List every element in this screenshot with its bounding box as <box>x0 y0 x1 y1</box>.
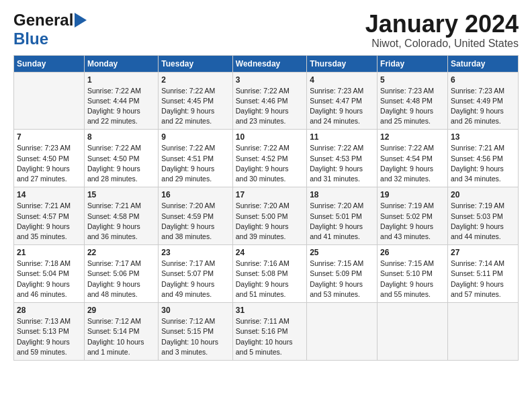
day-number: 17 <box>236 190 304 199</box>
header-row: SundayMondayTuesdayWednesdayThursdayFrid… <box>14 55 519 72</box>
cell-line: Sunset: 4:49 PM <box>451 97 503 105</box>
cell-line: and 23 minutes. <box>236 117 286 125</box>
header-cell-monday: Monday <box>84 55 158 72</box>
cell-line: Sunrise: 7:20 AM <box>161 201 215 210</box>
calendar-cell: 28Sunrise: 7:13 AMSunset: 5:13 PMDayligh… <box>14 303 85 361</box>
cell-line: Sunrise: 7:20 AM <box>236 201 290 210</box>
calendar-cell: 24Sunrise: 7:16 AMSunset: 5:08 PMDayligh… <box>232 245 306 303</box>
cell-line: Sunset: 5:14 PM <box>87 327 140 335</box>
cell-content: Sunrise: 7:16 AMSunset: 5:08 PMDaylight:… <box>236 259 304 300</box>
cell-content: Sunrise: 7:17 AMSunset: 5:07 PMDaylight:… <box>161 259 229 300</box>
cell-line: Daylight: 9 hours <box>161 222 214 230</box>
day-number: 2 <box>161 75 229 85</box>
cell-content: Sunrise: 7:19 AMSunset: 5:03 PMDaylight:… <box>451 201 515 242</box>
day-number: 19 <box>380 190 445 199</box>
day-number: 15 <box>87 190 155 199</box>
day-number: 11 <box>310 132 374 142</box>
cell-content: Sunrise: 7:22 AMSunset: 4:51 PMDaylight:… <box>161 143 229 184</box>
cell-line: Sunrise: 7:16 AM <box>236 259 290 267</box>
calendar-cell: 8Sunrise: 7:22 AMSunset: 4:50 PMDaylight… <box>84 130 158 187</box>
cell-line: Daylight: 9 hours <box>161 165 214 173</box>
cell-content: Sunrise: 7:23 AMSunset: 4:48 PMDaylight:… <box>380 86 445 127</box>
cell-line: and 36 minutes. <box>87 232 138 240</box>
cell-line: Daylight: 9 hours <box>17 338 70 346</box>
cell-line: Sunrise: 7:19 AM <box>451 201 504 210</box>
cell-line: and 38 minutes. <box>161 232 212 240</box>
cell-line: and 29 minutes. <box>161 175 212 183</box>
cell-content: Sunrise: 7:11 AMSunset: 5:16 PMDaylight:… <box>236 316 304 357</box>
day-number: 10 <box>236 132 304 142</box>
cell-line: Sunrise: 7:18 AM <box>17 259 71 267</box>
cell-line: Sunset: 4:48 PM <box>380 97 433 105</box>
cell-line: Daylight: 9 hours <box>380 165 433 173</box>
header-cell-thursday: Thursday <box>307 55 378 72</box>
cell-line: Sunset: 4:45 PM <box>161 97 214 105</box>
cell-line: Sunrise: 7:17 AM <box>161 259 215 267</box>
cell-line: Sunrise: 7:20 AM <box>310 201 363 210</box>
cell-line: Sunrise: 7:19 AM <box>380 201 434 210</box>
day-number: 7 <box>17 132 81 142</box>
cell-line: Daylight: 10 hours <box>87 338 144 346</box>
cell-line: and 26 minutes. <box>451 117 501 125</box>
cell-line: Daylight: 9 hours <box>380 222 433 230</box>
cell-line: Sunset: 5:02 PM <box>380 212 433 220</box>
day-number: 6 <box>451 75 515 85</box>
cell-line: Sunrise: 7:23 AM <box>451 87 504 95</box>
cell-line: Sunrise: 7:23 AM <box>17 144 71 152</box>
cell-line: Sunset: 4:52 PM <box>236 154 288 163</box>
day-number: 31 <box>236 306 304 315</box>
cell-line: Sunset: 4:46 PM <box>236 97 288 105</box>
cell-line: Daylight: 9 hours <box>17 165 70 173</box>
cell-line: and 49 minutes. <box>161 290 212 298</box>
cell-line: and 53 minutes. <box>310 290 360 298</box>
cell-line: Sunset: 5:10 PM <box>380 269 433 277</box>
cell-content: Sunrise: 7:17 AMSunset: 5:06 PMDaylight:… <box>87 259 155 300</box>
cell-line: Daylight: 10 hours <box>161 338 218 346</box>
cell-line: Daylight: 9 hours <box>380 280 433 288</box>
cell-content: Sunrise: 7:15 AMSunset: 5:10 PMDaylight:… <box>380 259 445 300</box>
cell-line: and 22 minutes. <box>161 117 212 125</box>
cell-line: Sunrise: 7:22 AM <box>161 87 215 95</box>
cell-line: Sunrise: 7:22 AM <box>236 144 290 152</box>
cell-content: Sunrise: 7:22 AMSunset: 4:52 PMDaylight:… <box>236 143 304 184</box>
cell-line: and 57 minutes. <box>451 290 501 298</box>
calendar-cell: 23Sunrise: 7:17 AMSunset: 5:07 PMDayligh… <box>159 245 232 303</box>
cell-line: Sunset: 5:09 PM <box>310 269 362 277</box>
cell-line: Daylight: 9 hours <box>451 280 504 288</box>
cell-content: Sunrise: 7:12 AMSunset: 5:15 PMDaylight:… <box>161 316 229 357</box>
cell-line: Sunrise: 7:21 AM <box>451 144 504 152</box>
week-row-3: 14Sunrise: 7:21 AMSunset: 4:57 PMDayligh… <box>14 187 519 245</box>
day-number: 5 <box>380 75 445 85</box>
cell-line: and 59 minutes. <box>17 348 67 356</box>
calendar-cell <box>307 303 378 361</box>
cell-line: Sunset: 4:47 PM <box>310 97 362 105</box>
cell-content: Sunrise: 7:23 AMSunset: 4:47 PMDaylight:… <box>310 86 374 127</box>
cell-content: Sunrise: 7:22 AMSunset: 4:54 PMDaylight:… <box>380 143 445 184</box>
cell-line: Daylight: 9 hours <box>87 107 140 115</box>
cell-line: and 48 minutes. <box>87 290 138 298</box>
cell-line: Sunrise: 7:22 AM <box>310 144 363 152</box>
cell-line: Daylight: 10 hours <box>236 338 293 346</box>
cell-line: Sunset: 5:13 PM <box>17 327 69 335</box>
calendar-cell: 4Sunrise: 7:23 AMSunset: 4:47 PMDaylight… <box>307 72 378 130</box>
cell-line: Sunset: 4:50 PM <box>17 154 69 163</box>
calendar-cell <box>448 303 519 361</box>
cell-line: Sunset: 4:57 PM <box>17 212 69 220</box>
cell-line: Daylight: 9 hours <box>310 280 363 288</box>
calendar-table: SundayMondayTuesdayWednesdayThursdayFrid… <box>13 55 519 361</box>
header-cell-sunday: Sunday <box>14 55 85 72</box>
cell-content: Sunrise: 7:22 AMSunset: 4:44 PMDaylight:… <box>87 86 155 127</box>
calendar-cell: 20Sunrise: 7:19 AMSunset: 5:03 PMDayligh… <box>448 187 519 245</box>
day-number: 3 <box>236 75 304 85</box>
calendar-cell: 3Sunrise: 7:22 AMSunset: 4:46 PMDaylight… <box>232 72 306 130</box>
cell-line: Daylight: 9 hours <box>87 165 140 173</box>
cell-line: Sunrise: 7:21 AM <box>87 201 141 210</box>
cell-line: Sunset: 5:16 PM <box>236 327 288 335</box>
cell-line: and 31 minutes. <box>310 175 360 183</box>
cell-content: Sunrise: 7:12 AMSunset: 5:14 PMDaylight:… <box>87 316 155 357</box>
cell-line: Daylight: 9 hours <box>87 280 140 288</box>
cell-line: Sunset: 4:44 PM <box>87 97 140 105</box>
cell-line: and 22 minutes. <box>87 117 138 125</box>
cell-line: Daylight: 9 hours <box>451 222 504 230</box>
day-number: 22 <box>87 248 155 257</box>
